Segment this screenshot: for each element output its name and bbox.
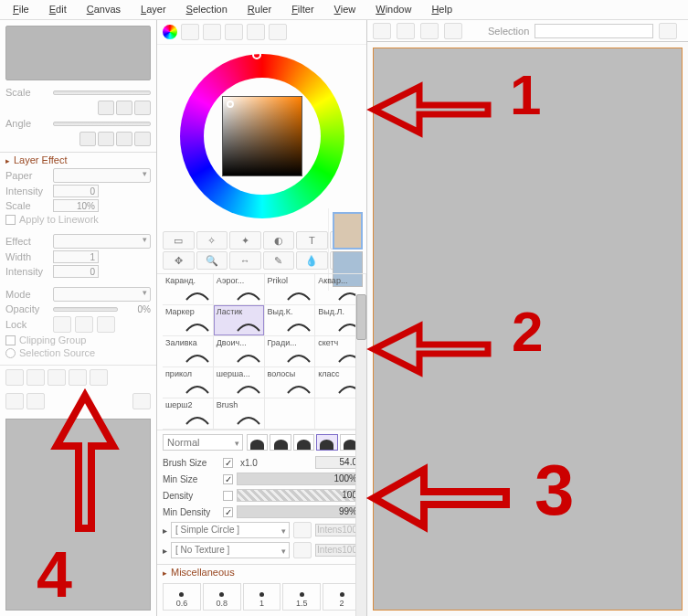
menu-canvas[interactable]: Canvas bbox=[87, 4, 121, 16]
redo-icon[interactable] bbox=[397, 23, 415, 39]
zoom-out-btn[interactable] bbox=[98, 101, 114, 115]
brush-shape-combo[interactable]: [ Simple Circle ] bbox=[171, 522, 290, 538]
edge-shape-2[interactable] bbox=[270, 434, 291, 451]
menu-edit[interactable]: Edit bbox=[49, 4, 67, 16]
scratchpad-icon[interactable] bbox=[269, 24, 287, 40]
transfer-down-icon[interactable] bbox=[69, 369, 87, 386]
menu-view[interactable]: View bbox=[334, 4, 356, 16]
brush-preset[interactable]: Каранд. bbox=[163, 274, 214, 305]
lock-alpha-icon[interactable] bbox=[53, 316, 71, 333]
clipping-group-check[interactable] bbox=[5, 335, 16, 345]
density-pressure[interactable] bbox=[223, 491, 233, 501]
paper-scale-field[interactable]: 10% bbox=[53, 199, 99, 212]
brush-preset[interactable]: Гради... bbox=[265, 336, 316, 367]
scale-slider[interactable] bbox=[53, 90, 151, 95]
sv-picker-marker[interactable] bbox=[227, 101, 234, 108]
zoom-tool[interactable]: 🔍 bbox=[196, 251, 228, 270]
brush-shape-clear[interactable] bbox=[293, 522, 312, 538]
apply-linework-check[interactable] bbox=[5, 215, 16, 225]
rotate-cw-btn[interactable] bbox=[116, 132, 132, 146]
min-size-value[interactable]: 100% bbox=[237, 473, 361, 485]
canvas[interactable] bbox=[373, 48, 683, 611]
brush-preset[interactable]: Brush bbox=[214, 398, 265, 430]
selection-source-radio[interactable] bbox=[5, 348, 16, 358]
text-tool[interactable]: T bbox=[296, 231, 328, 250]
brush-size-value[interactable]: 54.0 bbox=[315, 456, 361, 469]
spacing-0.8[interactable]: 0.8 bbox=[203, 583, 241, 611]
brush-preset[interactable]: Выд.К. bbox=[265, 305, 316, 336]
zoom-reset-btn[interactable] bbox=[116, 101, 132, 115]
brush-preset[interactable]: Prikol bbox=[265, 274, 316, 305]
hue-ring-marker[interactable] bbox=[252, 50, 261, 59]
paper-combo[interactable] bbox=[53, 168, 151, 183]
move-tool[interactable]: ✥ bbox=[163, 251, 195, 270]
menu-ruler[interactable]: Ruler bbox=[248, 4, 271, 16]
edge-shape-1[interactable] bbox=[247, 434, 268, 451]
brush-preset[interactable]: волосы bbox=[265, 367, 316, 398]
brush-preset[interactable]: прикол bbox=[163, 367, 214, 398]
spacing-1[interactable]: 1 bbox=[243, 583, 281, 611]
edge-shape-4[interactable] bbox=[316, 434, 337, 451]
foreground-swatch[interactable] bbox=[333, 212, 363, 250]
misc-header[interactable]: Miscellaneous bbox=[157, 564, 366, 579]
effect-intensity-field[interactable]: 0 bbox=[53, 265, 99, 278]
new-linework-icon[interactable] bbox=[26, 369, 45, 386]
layer-list[interactable] bbox=[5, 419, 151, 611]
paper-intensity-field[interactable]: 0 bbox=[53, 185, 99, 197]
mode-combo[interactable] bbox=[53, 287, 151, 302]
undo-icon[interactable] bbox=[373, 23, 391, 39]
flip-btn[interactable] bbox=[134, 132, 151, 146]
hand-tool[interactable]: ✎ bbox=[263, 251, 295, 270]
deselect-icon[interactable] bbox=[420, 23, 439, 39]
spacing-0.6[interactable]: 0.6 bbox=[163, 583, 201, 611]
color-wheel-mode-icon[interactable] bbox=[163, 25, 177, 39]
layer-effect-header[interactable]: Layer Effect bbox=[0, 152, 156, 167]
eyedrop-tool[interactable]: 💧 bbox=[296, 251, 328, 270]
merge-down-icon[interactable] bbox=[90, 369, 108, 386]
mask-icon[interactable] bbox=[132, 393, 151, 409]
brush-preset[interactable]: Ластик bbox=[214, 305, 265, 336]
blend-mode-combo[interactable]: Normal bbox=[163, 434, 243, 451]
angle-slider[interactable] bbox=[53, 122, 151, 126]
brush-size-pressure[interactable] bbox=[223, 458, 233, 468]
lasso-tool[interactable]: ✧ bbox=[196, 231, 228, 250]
swatches-icon[interactable] bbox=[247, 24, 265, 40]
menu-layer[interactable]: Layer bbox=[141, 4, 166, 16]
density-value[interactable]: 100 bbox=[237, 489, 361, 502]
brush-preset[interactable]: шерша... bbox=[214, 367, 265, 398]
menu-window[interactable]: Window bbox=[376, 4, 411, 16]
zoom-in-btn[interactable] bbox=[134, 101, 151, 115]
hsv-slider-icon[interactable] bbox=[203, 24, 221, 40]
new-layer-icon[interactable] bbox=[5, 369, 24, 386]
rgb-slider-icon[interactable] bbox=[181, 24, 199, 40]
menu-filter[interactable]: Filter bbox=[291, 4, 313, 16]
invert-icon[interactable] bbox=[444, 23, 462, 39]
min-density-value[interactable]: 99% bbox=[237, 505, 361, 518]
edge-shape-3[interactable] bbox=[293, 434, 314, 451]
rotate-tool[interactable]: ↔ bbox=[229, 251, 261, 270]
brush-preset[interactable]: Маркер bbox=[163, 305, 214, 336]
min-density-pressure[interactable] bbox=[223, 507, 233, 517]
brush-preset[interactable]: Двоич... bbox=[214, 336, 265, 367]
spacing-1.5[interactable]: 1.5 bbox=[282, 583, 321, 611]
min-size-pressure[interactable] bbox=[223, 474, 233, 484]
gray-slider-icon[interactable] bbox=[225, 24, 243, 40]
brush-shape-intensity[interactable]: Intens100 bbox=[315, 524, 361, 536]
brush-preset[interactable]: Заливка bbox=[163, 336, 214, 367]
navigator-preview[interactable] bbox=[5, 26, 151, 80]
menu-selection[interactable]: Selection bbox=[186, 4, 228, 16]
magic-wand-tool[interactable]: ✦ bbox=[229, 231, 261, 250]
brush-preset[interactable]: шерш2 bbox=[163, 398, 214, 430]
effect-width-field[interactable]: 1 bbox=[53, 250, 99, 263]
rotate-reset-btn[interactable] bbox=[98, 132, 114, 146]
rotate-ccw-btn[interactable] bbox=[79, 132, 96, 146]
brush-texture-clear[interactable] bbox=[293, 542, 312, 558]
shape-tool[interactable]: ◐ bbox=[263, 231, 295, 250]
menu-help[interactable]: Help bbox=[431, 4, 452, 16]
lock-move-icon[interactable] bbox=[75, 316, 93, 333]
lock-all-icon[interactable] bbox=[97, 316, 115, 333]
selection-dropdown-icon[interactable] bbox=[659, 23, 677, 39]
color-wheel[interactable] bbox=[157, 45, 366, 228]
new-set-icon[interactable] bbox=[48, 369, 66, 386]
rect-select-tool[interactable]: ▭ bbox=[163, 231, 195, 250]
